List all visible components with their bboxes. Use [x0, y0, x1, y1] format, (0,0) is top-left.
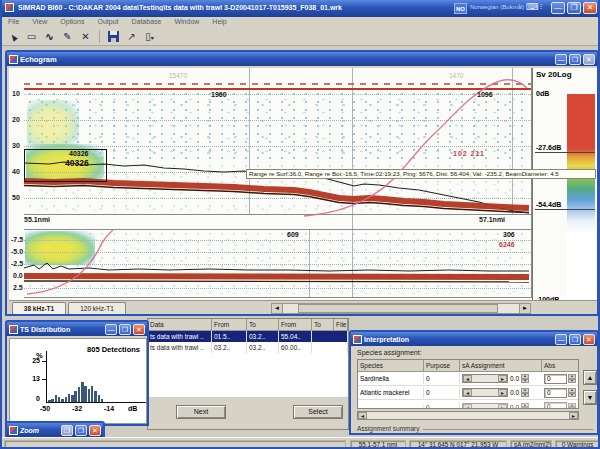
scroll-right-icon[interactable]: ►: [519, 304, 530, 313]
menu-view[interactable]: View: [32, 18, 47, 28]
language-indicator[interactable]: NO: [454, 3, 467, 14]
sa-slider[interactable]: ◄►: [462, 403, 508, 410]
menu-file[interactable]: File: [8, 18, 19, 28]
column-header[interactable]: Purpose: [424, 360, 460, 372]
interpretation-window: Interpretation — ❐ ✕ Species assignment:…: [349, 330, 599, 435]
species-row[interactable]: 0 ◄► 0.0 ▲▼ 0 ▲▼: [358, 400, 578, 409]
depth-label: 30: [12, 142, 20, 149]
keyboard-icon[interactable]: ⌨: [526, 2, 539, 12]
interp-minimize-button[interactable]: —: [555, 334, 567, 345]
depth-label: 40: [12, 168, 20, 175]
echogram-maximize-button[interactable]: ❐: [569, 54, 581, 65]
echogram-hscrollbar[interactable]: ◄ ►: [271, 303, 531, 314]
scroll-left-icon[interactable]: ◄: [272, 304, 283, 313]
export-icon[interactable]: ↗: [124, 30, 139, 44]
menu-options[interactable]: Options: [60, 18, 84, 28]
echogram-close-button[interactable]: ✕: [583, 54, 595, 65]
sa-slider[interactable]: ◄►: [462, 388, 508, 397]
menu-database[interactable]: Database: [131, 18, 161, 28]
move-down-button[interactable]: ▼: [583, 390, 597, 405]
langbar-menu-icon[interactable]: ⁝: [540, 3, 542, 11]
surface-line: [24, 88, 531, 90]
species-table-hscrollbar[interactable]: ◄►: [357, 411, 579, 420]
scroll-thumb[interactable]: [298, 304, 498, 313]
column-header[interactable]: File: [334, 319, 348, 331]
cell-data: ts data with trawl ..: [148, 331, 212, 342]
column-header[interactable]: From: [212, 319, 247, 331]
next-button[interactable]: Next: [176, 405, 226, 419]
column-header[interactable]: From: [279, 319, 312, 331]
faded-mark: 1470: [449, 72, 463, 79]
zoom-icon: [9, 426, 18, 435]
new-layer-icon[interactable]: ▯▾: [142, 30, 157, 44]
depth-label: 20: [12, 116, 20, 123]
curve-tool-icon[interactable]: ∿: [42, 30, 57, 44]
species-table: Species Purpose sA Assignment Abs Sardin…: [357, 359, 579, 409]
species-name: [358, 405, 424, 409]
language-name[interactable]: Norwegian (Bokmål): [470, 4, 524, 10]
echogram-titlebar[interactable]: Echogram — ❐ ✕: [7, 52, 597, 66]
menu-output[interactable]: Output: [97, 18, 118, 28]
abs-field[interactable]: 0: [544, 388, 567, 398]
zoom-close-button[interactable]: ✕: [89, 425, 101, 436]
status-distance: 55.1-57.1 nmi: [350, 440, 406, 449]
ts-titlebar[interactable]: TS Distribution — ❐ ✕: [7, 322, 147, 336]
zoom-maximize-button[interactable]: ❐: [75, 425, 87, 436]
save-icon[interactable]: [106, 30, 121, 44]
value-tooltip: Range re Surf:36.0, Range re Bot:-16.5, …: [246, 169, 596, 179]
column-header[interactable]: Abs: [542, 360, 578, 372]
abs-spinner[interactable]: ▲▼: [568, 374, 576, 383]
sa-spinner[interactable]: ▲▼: [521, 374, 529, 383]
tab-120khz[interactable]: 120 kHz-T1: [68, 302, 126, 314]
ts-minimize-button[interactable]: —: [105, 324, 117, 335]
menu-help[interactable]: Help: [212, 18, 226, 28]
column-header[interactable]: sA Assignment: [460, 360, 542, 372]
abs-field[interactable]: 0: [544, 402, 567, 409]
tab-38khz[interactable]: 38 kHz-T1: [12, 302, 66, 314]
ts-close-button[interactable]: ✕: [133, 324, 145, 335]
pencil-tool-icon[interactable]: ✎: [60, 30, 75, 44]
species-row[interactable]: Sardinella 0 ◄► 0.0 ▲▼ 0 ▲▼: [358, 372, 578, 386]
move-up-button[interactable]: ▲: [583, 370, 597, 385]
close-button[interactable]: ✕: [583, 2, 597, 14]
pointer-tool-icon[interactable]: ▲: [6, 30, 21, 44]
column-header[interactable]: To: [312, 319, 334, 331]
data-list-body: ts data with trawl .. 01.5.. 03.2.. 55.0…: [148, 331, 348, 397]
window-title: SIMRAD BI60 - C:\DAKAR 2004 data\Testing…: [18, 4, 448, 11]
status-warnings: 0 Warnings: [555, 440, 600, 449]
cell-from: 01.5..: [212, 331, 247, 342]
abs-field[interactable]: 0: [544, 374, 567, 384]
zoom-restore-button[interactable]: ❐: [61, 425, 73, 436]
ts-distribution-window: TS Distribution — ❐ ✕ 805 Detections % 2…: [5, 320, 149, 426]
species-row[interactable]: Atlantic mackerel 0 ◄► 0.0 ▲▼ 0 ▲▼: [358, 386, 578, 400]
table-row[interactable]: ts data with trawl .. 01.5.. 03.2.. 55.0…: [148, 331, 348, 342]
sa-value: 0.0: [510, 404, 519, 410]
interp-maximize-button[interactable]: ❐: [569, 334, 581, 345]
distance-label-left: 55.1nmi: [24, 216, 50, 223]
zoom-titlebar[interactable]: Zoom ❐ ❐ ✕: [7, 423, 103, 437]
echogram-window: Echogram — ❐ ✕: [5, 50, 599, 316]
maximize-button[interactable]: ❐: [567, 2, 581, 14]
echogram-minimize-button[interactable]: —: [555, 54, 567, 65]
sa-spinner[interactable]: ▲▼: [521, 403, 529, 410]
abs-spinner[interactable]: ▲▼: [568, 403, 576, 410]
ts-x-tick: -14: [104, 405, 114, 412]
delete-tool-icon[interactable]: ✕: [78, 30, 93, 44]
table-row[interactable]: ts data with trawl .. 03.2.. 03.2.. 60.0…: [148, 342, 348, 353]
minimize-button[interactable]: —: [551, 2, 565, 14]
interp-close-button[interactable]: ✕: [583, 334, 595, 345]
abs-spinner[interactable]: ▲▼: [568, 388, 576, 397]
ts-maximize-button[interactable]: ❐: [119, 324, 131, 335]
echogram-plot[interactable]: 10 20 30 40 50 -7.5 -5.0 -2.5 0.0 2.5 15…: [9, 68, 597, 314]
rectangle-tool-icon[interactable]: ▭: [24, 30, 39, 44]
menu-window[interactable]: Window: [174, 18, 199, 28]
select-button[interactable]: Select: [293, 405, 343, 419]
column-header[interactable]: Species: [358, 360, 424, 372]
depth-label: 50: [12, 194, 20, 201]
interpretation-titlebar[interactable]: Interpretation — ❐ ✕: [351, 332, 597, 346]
column-header[interactable]: Data: [148, 319, 212, 331]
column-header[interactable]: To: [247, 319, 279, 331]
menu-bar: File View Options Output Database Window…: [2, 17, 600, 28]
sa-slider[interactable]: ◄►: [462, 374, 508, 383]
sa-spinner[interactable]: ▲▼: [521, 388, 529, 397]
